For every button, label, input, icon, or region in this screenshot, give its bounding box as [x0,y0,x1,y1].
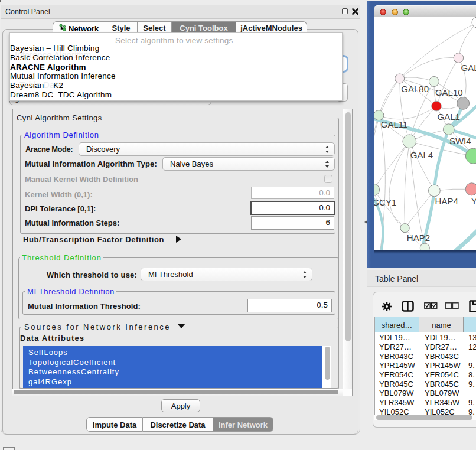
svg-text:GAL80: GAL80 [401,84,429,94]
svg-text:HAP4: HAP4 [435,196,458,206]
svg-text:GAL4: GAL4 [410,150,433,160]
svg-text:HAP2: HAP2 [407,233,430,243]
svg-text:GAL11: GAL11 [381,119,408,129]
svg-text:SWI4: SWI4 [449,136,471,146]
svg-text:Y: Y [471,196,476,206]
svg-text:GAL10: GAL10 [435,87,463,97]
svg-text:GAL2: GAL2 [461,63,476,73]
svg-text:GAL1: GAL1 [438,112,460,122]
svg-text:GCY1: GCY1 [374,197,396,207]
